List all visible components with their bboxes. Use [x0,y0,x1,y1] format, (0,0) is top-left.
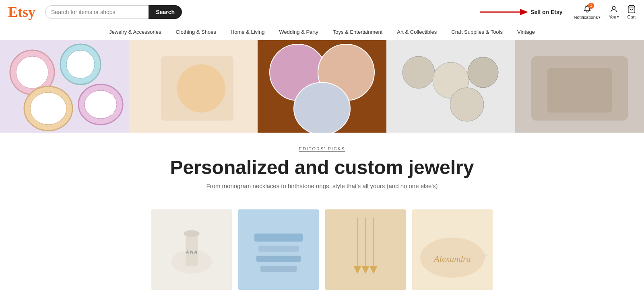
nav-home-living[interactable]: Home & Living [223,24,272,40]
svg-point-15 [177,64,225,113]
svg-point-24 [450,88,484,121]
cart-icon-group[interactable]: Cart [627,5,636,19]
hero-collage [0,40,644,133]
search-input[interactable] [45,5,149,19]
svg-point-8 [66,50,95,78]
product-image-2 [238,209,319,290]
nav-wedding[interactable]: Wedding & Party [272,24,325,40]
notifications-icon-group[interactable]: 1 Notifications▾ [574,4,601,20]
search-form: Search [45,5,182,19]
user-icon [609,5,618,14]
hero-title: Personalized and custom jewelry [8,156,636,178]
product-card-1[interactable]: A N A Custom Letter Name necklace, P... … [151,209,232,291]
main-nav: Jewelry & Accessories Clothing & Shoes H… [0,24,644,40]
nav-clothing[interactable]: Clothing & Shoes [168,24,223,40]
svg-point-2 [613,6,615,9]
editors-picks-label: EDITORS' PICKS [299,146,345,152]
svg-rect-36 [256,256,301,262]
collage-image-2 [129,40,258,133]
nav-vintage[interactable]: Vintage [510,24,542,40]
product-image-4: Alexandra ♡ [412,209,493,290]
collage-image-1 [0,40,129,133]
svg-rect-34 [254,234,303,242]
user-icon-group[interactable]: You▾ [609,5,619,19]
products-section: A N A Custom Letter Name necklace, P... … [0,201,644,291]
svg-point-23 [468,57,498,88]
nav-toys[interactable]: Toys & Entertainment [326,24,390,40]
product-image-1: A N A [151,209,232,290]
product-image-3 [325,209,406,290]
svg-marker-1 [520,9,528,15]
product-card-2[interactable]: Personalized Leather Keychain, ... mocca… [238,209,319,291]
product-card-3[interactable]: Initial Letter Necklace, Personali... jt… [325,209,406,291]
sell-on-etsy-link[interactable]: Sell on Etsy [530,9,562,15]
hero-text-section: EDITORS' PICKS Personalized and custom j… [0,133,644,201]
collage-image-3 [258,40,386,133]
svg-text:Alexandra: Alexandra [433,254,471,264]
svg-point-12 [85,90,117,119]
header-icons: 1 Notifications▾ You▾ Cart [574,4,636,20]
notification-badge: 1 [588,3,594,9]
search-button[interactable]: Search [149,5,182,19]
product-card-4[interactable]: Alexandra ♡ Cursive Name Necklace, Custo… [412,209,493,291]
collage-image-4 [386,40,515,133]
etsy-logo[interactable]: Etsy [8,4,35,20]
svg-point-6 [16,56,48,88]
cart-icon [627,5,636,14]
collage-image-5 [515,40,644,133]
svg-point-21 [402,56,435,88]
svg-point-10 [30,92,66,125]
you-label: You▾ [609,14,619,19]
svg-rect-37 [260,266,297,272]
svg-point-19 [294,82,350,133]
svg-text:A N A: A N A [186,250,197,254]
hero-subtitle: From monogram necklaces to birthstone ri… [8,182,636,189]
nav-art[interactable]: Art & Collectibles [390,24,444,40]
svg-point-31 [184,230,200,237]
svg-rect-35 [258,246,299,252]
svg-rect-27 [547,68,612,113]
red-arrow-icon [480,6,528,18]
svg-text:♡: ♡ [483,253,487,259]
nav-craft[interactable]: Craft Supplies & Tools [444,24,510,40]
nav-jewelry[interactable]: Jewelry & Accessories [102,24,168,40]
header: Etsy Search Sell on Etsy 1 Notifications… [0,0,644,24]
cart-label: Cart [627,14,636,19]
notifications-label: Notifications▾ [574,15,601,20]
